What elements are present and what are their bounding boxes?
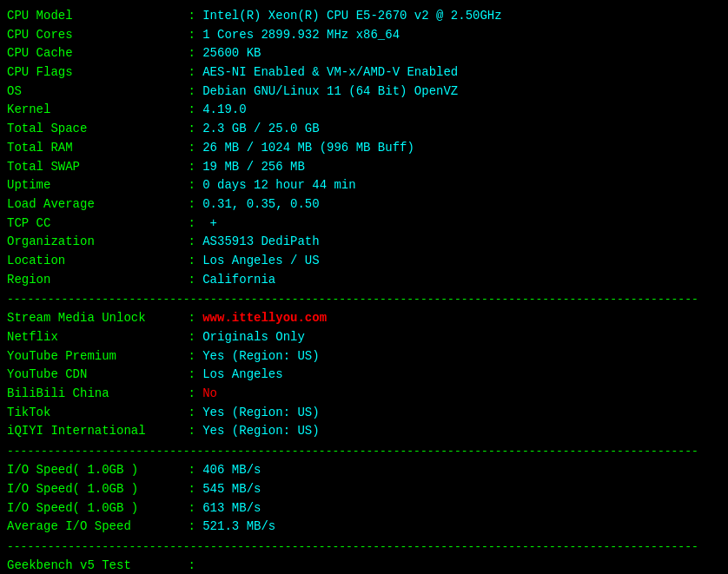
row-label: YouTube CDN (7, 366, 181, 385)
row-value: AES-NI Enabled & VM-x/AMD-V Enabled (202, 63, 458, 82)
row-separator: : (181, 499, 202, 518)
row-label: iQIYI International (7, 422, 181, 441)
row-separator: : (181, 44, 202, 63)
info-row: CPU Cores : 1 Cores 2899.932 MHz x86_64 (7, 26, 721, 45)
row-value: Yes (Region: US) (202, 422, 319, 441)
row-separator: : (181, 63, 202, 82)
row-label: YouTube Premium (7, 347, 181, 366)
row-value: 521.3 MB/s (202, 518, 275, 537)
row-value: Los Angeles / US (202, 252, 319, 271)
io-section: I/O Speed( 1.0GB ) : 406 MB/sI/O Speed( … (7, 461, 721, 537)
row-label: Netflix (7, 328, 181, 347)
row-value: 0.31, 0.35, 0.50 (202, 195, 319, 214)
row-label: Organization (7, 233, 181, 252)
row-label: I/O Speed( 1.0GB ) (7, 480, 181, 499)
row-separator: : (181, 422, 202, 441)
row-label: BiliBili China (7, 385, 181, 404)
row-value: AS35913 DediPath (202, 233, 319, 252)
media-header-sep: : (181, 309, 202, 328)
row-separator: : (181, 271, 202, 290)
row-separator: : (181, 328, 202, 347)
row-separator: : (181, 101, 202, 120)
row-label: CPU Cache (7, 44, 181, 63)
row-value: Debian GNU/Linux 11 (64 Bit) OpenVZ (202, 82, 458, 102)
geekbench-header-row: Geekbench v5 Test : (7, 557, 721, 574)
row-label: Kernel (7, 101, 181, 120)
info-row: I/O Speed( 1.0GB ) : 613 MB/s (7, 499, 721, 518)
geekbench-header-sep: : (181, 557, 195, 574)
geekbench-section: Geekbench v5 Test : Single Core : 549 Mu… (7, 557, 721, 574)
row-value: 0 days 12 hour 44 min (202, 176, 355, 195)
row-separator: : (181, 214, 210, 234)
row-value: No (202, 385, 217, 404)
info-row: Location : Los Angeles / US (7, 252, 721, 271)
info-row: I/O Speed( 1.0GB ) : 545 MB/s (7, 480, 721, 499)
row-value: 19 MB / 256 MB (202, 158, 305, 177)
system-info-section: CPU Model : Intel(R) Xeon(R) CPU E5-2670… (7, 7, 721, 289)
info-row: Netflix : Originals Only (7, 328, 721, 347)
info-row: Load Average : 0.31, 0.35, 0.50 (7, 195, 721, 214)
row-value: 545 MB/s (202, 480, 261, 499)
row-label: Total Space (7, 120, 181, 139)
row-label: CPU Flags (7, 63, 181, 82)
row-separator: : (181, 26, 202, 45)
row-label: I/O Speed( 1.0GB ) (7, 461, 181, 480)
row-value: 1 Cores 2899.932 MHz x86_64 (202, 26, 400, 45)
info-row: Total RAM : 26 MB / 1024 MB (996 MB Buff… (7, 139, 721, 158)
row-value: Yes (Region: US) (202, 404, 319, 423)
row-separator: : (181, 518, 202, 537)
info-row: Region : California (7, 271, 721, 290)
section-divider: ----------------------------------------… (7, 293, 721, 306)
row-label: CPU Model (7, 7, 181, 26)
media-section: Stream Media Unlock : www.ittellyou.comN… (7, 309, 721, 441)
info-row: I/O Speed( 1.0GB ) : 406 MB/s (7, 461, 721, 480)
row-label: Uptime (7, 176, 181, 195)
info-row: YouTube Premium : Yes (Region: US) (7, 347, 721, 366)
info-row: TCP CC : + (7, 214, 721, 234)
section-divider: ----------------------------------------… (7, 445, 721, 458)
info-row: Total Space : 2.3 GB / 25.0 GB (7, 120, 721, 139)
row-label: TCP CC (7, 214, 181, 234)
row-value: Originals Only (202, 328, 305, 347)
row-value: Yes (Region: US) (202, 347, 319, 366)
row-value: 4.19.0 (202, 101, 246, 120)
row-label: Total RAM (7, 139, 181, 158)
info-row: Total SWAP : 19 MB / 256 MB (7, 158, 721, 177)
row-value: 25600 KB (202, 44, 261, 63)
row-label: CPU Cores (7, 26, 181, 45)
row-separator: : (181, 366, 202, 385)
info-row: CPU Model : Intel(R) Xeon(R) CPU E5-2670… (7, 7, 721, 26)
row-separator: : (181, 120, 202, 139)
row-value: 406 MB/s (202, 461, 261, 480)
media-header-label: Stream Media Unlock (7, 309, 181, 328)
row-label: I/O Speed( 1.0GB ) (7, 499, 181, 518)
row-label: Location (7, 252, 181, 271)
info-row: OS : Debian GNU/Linux 11 (64 Bit) OpenVZ (7, 82, 721, 102)
media-header-row: Stream Media Unlock : www.ittellyou.com (7, 309, 721, 328)
row-value: California (202, 271, 275, 290)
row-separator: : (181, 347, 202, 366)
row-separator: : (181, 195, 202, 214)
row-separator: : (181, 233, 202, 252)
row-label: Load Average (7, 195, 181, 214)
row-separator: : (181, 158, 202, 177)
row-value: + (210, 214, 217, 234)
info-row: YouTube CDN : Los Angeles (7, 366, 721, 385)
row-separator: : (181, 404, 202, 423)
row-separator: : (181, 480, 202, 499)
row-separator: : (181, 7, 202, 26)
info-row: Uptime : 0 days 12 hour 44 min (7, 176, 721, 195)
row-separator: : (181, 82, 202, 102)
row-value: 2.3 GB / 25.0 GB (202, 120, 319, 139)
row-value: 26 MB / 1024 MB (996 MB Buff) (202, 139, 414, 158)
row-separator: : (181, 139, 202, 158)
row-label: Average I/O Speed (7, 518, 181, 537)
media-website-value: www.ittellyou.com (202, 309, 327, 328)
row-separator: : (181, 461, 202, 480)
row-value: Intel(R) Xeon(R) CPU E5-2670 v2 @ 2.50GH… (202, 7, 501, 26)
row-label: Total SWAP (7, 158, 181, 177)
info-row: Kernel : 4.19.0 (7, 101, 721, 120)
info-row: Average I/O Speed : 521.3 MB/s (7, 518, 721, 537)
row-separator: : (181, 252, 202, 271)
row-separator: : (181, 176, 202, 195)
